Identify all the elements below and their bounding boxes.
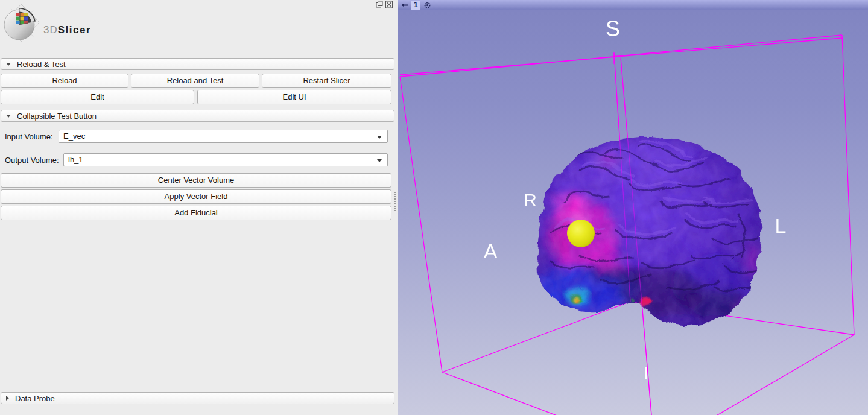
add-fiducial-button[interactable]: Add Fiducial <box>1 206 391 220</box>
restart-slicer-button[interactable]: Restart Slicer <box>262 74 391 88</box>
center-vector-volume-button[interactable]: Center Vector Volume <box>1 173 391 188</box>
view-controller-bar: 1 <box>398 0 868 10</box>
apply-vector-field-button[interactable]: Apply Vector Field <box>1 189 391 204</box>
section-title: Collapsible Test Button <box>17 112 97 121</box>
panel-header-icons <box>376 1 393 8</box>
gear-icon[interactable] <box>423 1 431 9</box>
slicer-logo <box>2 4 41 43</box>
section-title: Reload & Test <box>17 60 66 69</box>
output-volume-selector[interactable]: lh_1 <box>63 153 388 166</box>
collapse-arrow-icon <box>6 63 11 66</box>
axis-label-anterior: A <box>484 239 498 262</box>
splitter-grip[interactable] <box>394 192 397 211</box>
axis-label-superior: S <box>606 16 620 41</box>
section-title: Data Probe <box>15 394 55 403</box>
close-icon[interactable] <box>385 1 393 8</box>
section-data-probe[interactable]: Data Probe <box>1 392 394 404</box>
input-volume-label: Input Volume: <box>5 130 53 144</box>
section-collapsible-test-button[interactable]: Collapsible Test Button <box>1 110 394 122</box>
threed-viewport[interactable]: S R A L I 1 <box>398 0 868 415</box>
edit-button[interactable]: Edit <box>1 90 194 104</box>
chevron-down-icon <box>377 136 382 139</box>
chevron-down-icon <box>377 159 382 162</box>
float-window-icon[interactable] <box>376 1 383 8</box>
edit-ui-button[interactable]: Edit UI <box>197 90 391 104</box>
brain-model <box>528 127 766 329</box>
app-title-name: Slicer <box>58 24 91 36</box>
collapse-arrow-icon <box>6 396 9 401</box>
slicer-window: 3DSlicer Reload & Test Reload Reload and… <box>0 0 868 415</box>
view-tab-label[interactable]: 1 <box>411 1 420 10</box>
reload-and-test-button[interactable]: Reload and Test <box>131 74 259 88</box>
output-volume-label: Output Volume: <box>5 154 59 167</box>
section-reload-and-test[interactable]: Reload & Test <box>1 58 394 70</box>
module-panel: 3DSlicer Reload & Test Reload Reload and… <box>0 0 398 415</box>
axis-label-left: L <box>775 214 787 237</box>
fiducial-marker[interactable] <box>567 220 595 247</box>
app-title-prefix: 3D <box>43 24 58 36</box>
input-volume-value: E_vec <box>63 131 85 141</box>
reload-button[interactable]: Reload <box>1 74 128 88</box>
axis-label-inferior: I <box>644 363 648 383</box>
collapse-arrow-icon <box>6 115 11 118</box>
output-volume-value: lh_1 <box>68 155 83 164</box>
pin-icon[interactable] <box>401 1 408 9</box>
app-title: 3DSlicer <box>43 24 91 36</box>
input-volume-selector[interactable]: E_vec <box>59 130 388 143</box>
axis-label-right: R <box>524 190 537 210</box>
threed-scene: S R A L I <box>398 0 868 415</box>
